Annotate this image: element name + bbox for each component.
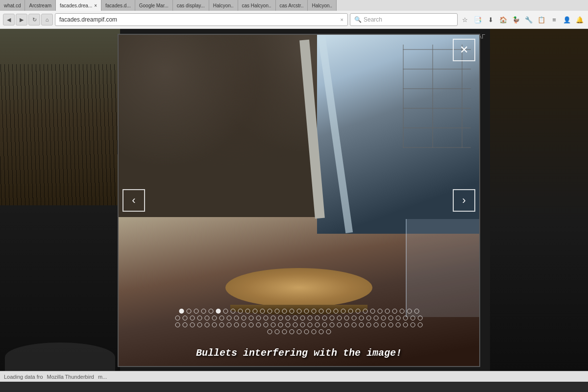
bullet-2-32[interactable]	[403, 316, 408, 320]
close-tab-icon[interactable]: ×	[94, 3, 97, 8]
bullet-2-1[interactable]	[175, 316, 180, 320]
bullet-2-23[interactable]	[337, 316, 342, 320]
bullet-1-2[interactable]	[186, 309, 191, 314]
forward-button[interactable]: ▶	[16, 14, 27, 25]
bullet-1-30[interactable]	[392, 309, 397, 314]
bullet-3-33[interactable]	[411, 322, 416, 327]
bullet-3-1[interactable]	[175, 322, 180, 327]
bullet-3-4[interactable]	[197, 322, 202, 327]
tab-facades2[interactable]: facades.d...	[101, 0, 135, 11]
bullet-2-11[interactable]	[249, 316, 254, 320]
tab-whatcd[interactable]: what.cd	[0, 0, 25, 11]
bullet-4-1[interactable]	[267, 329, 272, 334]
bullet-3-3[interactable]	[190, 322, 195, 327]
tab-halcyon1[interactable]: Halcyon..	[209, 0, 238, 11]
bullet-3-7[interactable]	[220, 322, 224, 327]
bullet-2-15[interactable]	[278, 316, 283, 320]
bullet-1-10[interactable]	[245, 309, 250, 314]
tab-google[interactable]: Google Mar...	[135, 0, 173, 11]
bullet-1-23[interactable]	[341, 309, 345, 314]
avatar-icon[interactable]: 👤	[562, 14, 572, 25]
bullet-3-15[interactable]	[278, 322, 283, 327]
search-field[interactable]: 🔍 Search	[350, 13, 458, 26]
bullet-1-4[interactable]	[201, 309, 206, 314]
bullet-3-9[interactable]	[234, 322, 239, 327]
bullet-4-7[interactable]	[311, 329, 316, 334]
bullet-1-7[interactable]	[223, 309, 228, 314]
bullet-1-26[interactable]	[363, 309, 368, 314]
bullet-3-12[interactable]	[256, 322, 261, 327]
bullet-1-24[interactable]	[348, 309, 353, 314]
bullet-2-25[interactable]	[352, 316, 357, 320]
reload-button[interactable]: ↻	[28, 14, 40, 25]
bullet-1-17[interactable]	[296, 309, 301, 314]
bullet-1-5[interactable]	[208, 309, 213, 314]
clipboard-icon[interactable]: 📋	[536, 14, 547, 25]
home-button[interactable]: ⌂	[41, 14, 53, 25]
bullet-4-8[interactable]	[318, 329, 323, 334]
bullet-2-20[interactable]	[315, 316, 320, 320]
lightbox-close-button[interactable]: ✕	[453, 39, 475, 61]
bullet-2-14[interactable]	[271, 316, 276, 320]
bullet-3-14[interactable]	[271, 322, 276, 327]
bullet-3-30[interactable]	[389, 322, 393, 327]
bullet-2-24[interactable]	[344, 316, 349, 320]
bullet-2-26[interactable]	[359, 316, 364, 320]
bullet-3-29[interactable]	[381, 322, 386, 327]
bullet-3-18[interactable]	[300, 322, 305, 327]
bullet-1-13[interactable]	[267, 309, 272, 314]
star-icon[interactable]: ☆	[460, 14, 470, 25]
bullet-2-9[interactable]	[234, 316, 239, 320]
bullet-1-11[interactable]	[252, 309, 257, 314]
bullet-2-19[interactable]	[308, 316, 313, 320]
bullet-3-10[interactable]	[242, 322, 246, 327]
bullet-2-13[interactable]	[264, 316, 269, 320]
bullet-3-25[interactable]	[352, 322, 357, 327]
bullet-3-28[interactable]	[374, 322, 379, 327]
bullet-4-3[interactable]	[282, 329, 287, 334]
bullet-3-5[interactable]	[205, 322, 210, 327]
bullet-3-34[interactable]	[418, 322, 423, 327]
tab-cas-display[interactable]: cas display...	[173, 0, 209, 11]
notifications-icon[interactable]: 🔔	[574, 14, 585, 25]
bullet-2-12[interactable]	[256, 316, 261, 320]
bullet-3-13[interactable]	[264, 322, 269, 327]
bullet-1-9[interactable]	[238, 309, 243, 314]
bullet-2-21[interactable]	[322, 316, 327, 320]
bullet-1-20[interactable]	[318, 309, 323, 314]
tab-facades-active[interactable]: facades.drea... ×	[56, 0, 101, 11]
bullet-3-17[interactable]	[293, 322, 298, 327]
bullet-1-12[interactable]	[260, 309, 265, 314]
bullet-2-31[interactable]	[396, 316, 401, 320]
bullet-4-4[interactable]	[289, 329, 294, 334]
bullet-3-21[interactable]	[322, 322, 327, 327]
bullet-3-27[interactable]	[367, 322, 371, 327]
status-app2[interactable]: m...	[98, 374, 107, 380]
bullet-3-26[interactable]	[359, 322, 364, 327]
menu-icon[interactable]: ≡	[549, 14, 560, 25]
bullet-3-8[interactable]	[227, 322, 232, 327]
bullet-3-24[interactable]	[344, 322, 349, 327]
bullet-1-16[interactable]	[289, 309, 294, 314]
bullet-1-25[interactable]	[355, 309, 360, 314]
bullet-2-2[interactable]	[183, 316, 188, 320]
clear-address-icon[interactable]: ×	[341, 17, 343, 23]
bullet-1-32[interactable]	[407, 309, 412, 314]
bullet-1-28[interactable]	[377, 309, 382, 314]
bullet-1-15[interactable]	[282, 309, 287, 314]
lightbox-prev-button[interactable]: ‹	[122, 189, 145, 212]
bullet-1-1[interactable]	[179, 309, 184, 314]
bullet-2-18[interactable]	[300, 316, 305, 320]
bullet-1-6[interactable]	[216, 309, 220, 314]
bullet-1-8[interactable]	[230, 309, 235, 314]
bullet-2-30[interactable]	[389, 316, 393, 320]
bullet-2-28[interactable]	[374, 316, 379, 320]
bullet-2-29[interactable]	[381, 316, 386, 320]
tab-halcyon2[interactable]: Halcyon..	[308, 0, 337, 11]
address-field[interactable]: facades.dreampif.com ×	[55, 13, 348, 26]
bullet-2-8[interactable]	[227, 316, 232, 320]
bullet-3-31[interactable]	[396, 322, 401, 327]
tab-cas-halcyon[interactable]: cas Halcyon..	[238, 0, 276, 11]
bullet-1-22[interactable]	[333, 309, 338, 314]
bullet-3-2[interactable]	[183, 322, 188, 327]
